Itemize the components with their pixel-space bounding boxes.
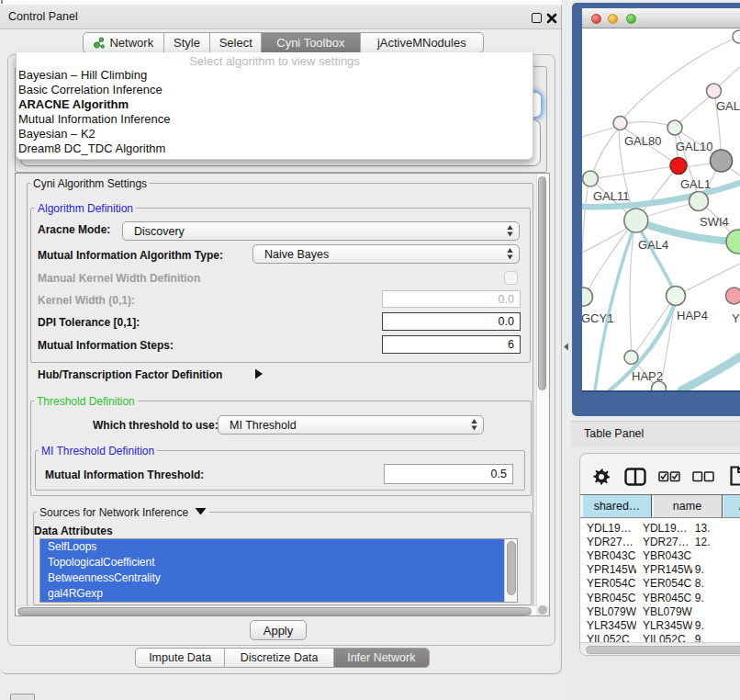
dropdown-item[interactable]: Basic Correlation Inference [18, 83, 531, 97]
attribute-item[interactable]: gal4RGexp [40, 586, 517, 602]
close-traffic-light[interactable] [591, 14, 601, 24]
tab-style[interactable]: Style [164, 33, 211, 52]
manual-kernel-width-checkbox[interactable] [504, 271, 518, 285]
network-edge[interactable] [588, 223, 633, 291]
select-all-icon[interactable] [658, 471, 680, 482]
column-header-3[interactable]: A [723, 495, 740, 517]
expand-arrow-icon[interactable] [254, 368, 263, 379]
control-panel-titlebar[interactable] [0, 5, 561, 29]
network-edge[interactable] [678, 94, 713, 124]
bottom-tab-label: Discretize Data [241, 651, 319, 664]
dropdown-item[interactable]: Dream8 DC_TDC Algorithm [18, 141, 531, 156]
network-node[interactable] [670, 158, 687, 175]
network-node[interactable] [711, 150, 733, 172]
dropdown-item[interactable]: Mutual Information Inference [18, 112, 531, 127]
top-tick-mark [1, 0, 3, 4]
table-row[interactable]: YBR045CYBR045C9. [580, 591, 740, 604]
network-edge[interactable] [630, 224, 634, 353]
dropdown-item[interactable]: ARACNE Algorithm [18, 97, 531, 112]
network-node[interactable] [726, 288, 740, 304]
network-node[interactable] [582, 288, 593, 306]
network-edge[interactable] [623, 122, 671, 126]
aracne-mode-combobox[interactable]: Discovery [122, 221, 520, 241]
close-icon[interactable] [546, 13, 557, 24]
kernel-width-field[interactable]: 0.0 [382, 290, 521, 308]
network-node[interactable] [624, 351, 638, 365]
network-node[interactable] [583, 171, 599, 186]
network-canvas[interactable]: GAL2GAL80GAL10GAL1GAL11GAL4SWI4GCY1HAP4Y… [582, 28, 740, 390]
network-node-label: GAL11 [593, 189, 630, 203]
settings-vscrollbar-thumb[interactable] [538, 176, 546, 390]
table-row[interactable]: YDL19…YDL19…13. [580, 521, 740, 535]
network-edge[interactable] [592, 128, 619, 175]
table-cell: YDR27… [636, 536, 692, 548]
tab-cyni-toolbox[interactable]: Cyni Toolbox [262, 33, 361, 52]
table-hscrollbar-track[interactable] [580, 642, 740, 655]
dropdown-item[interactable]: Bayesian – Hill Climbing [18, 68, 531, 83]
application-desktop: Control Panel NetworkStyleSelectCyni Too… [0, 0, 740, 700]
zoom-traffic-light[interactable] [626, 14, 636, 24]
tab-label: Select [219, 36, 252, 50]
network-edge[interactable] [637, 225, 675, 292]
minimized-window-icon[interactable] [10, 694, 35, 700]
table-row[interactable]: YPR145WYPR145W9. [580, 563, 740, 577]
network-node[interactable] [690, 192, 709, 211]
table-row[interactable]: YDR27…YDR27…12. [580, 535, 740, 548]
minimize-traffic-light[interactable] [608, 14, 618, 24]
network-edge[interactable] [681, 356, 740, 390]
network-node[interactable] [733, 30, 740, 43]
table-row[interactable]: YER054CYER054C8. [580, 577, 740, 591]
network-node[interactable] [707, 84, 722, 98]
collapse-arrow-icon[interactable] [195, 507, 207, 515]
apply-button[interactable]: Apply [250, 620, 307, 640]
settings-hscrollbar-thumb[interactable] [17, 607, 532, 615]
panel-divider-grip[interactable] [563, 343, 569, 351]
network-node[interactable] [726, 230, 740, 254]
bottom-tab-impute-data[interactable]: Impute Data [136, 649, 225, 667]
table-cell: YBR045C [636, 592, 692, 604]
attribute-item[interactable]: BetweennessCentrality [40, 570, 517, 586]
attribute-item[interactable]: SelfLoops [40, 539, 517, 555]
table-cell: YBR045C [580, 592, 636, 604]
network-edge[interactable] [641, 169, 676, 214]
table-row[interactable]: YBL079WYBL079W [580, 604, 740, 618]
deselect-all-icon[interactable] [692, 471, 714, 482]
table-cell: YBR043C [580, 549, 636, 562]
mi-steps-field[interactable]: 6 [382, 335, 521, 354]
which-threshold-combobox[interactable]: MI Threshold [218, 415, 484, 435]
dpi-tolerance-field[interactable]: 0.0 [382, 312, 521, 331]
attributes-vscrollbar-thumb[interactable] [507, 541, 516, 595]
table-cell: YDR27… [580, 536, 636, 548]
combo-arrows-icon [507, 222, 513, 240]
table-hscrollbar-thumb[interactable] [586, 646, 740, 654]
table-row[interactable]: YLR345WYLR345W9. [580, 618, 740, 632]
column-header-2[interactable]: name [654, 495, 723, 517]
gear-icon[interactable] [593, 469, 610, 485]
network-edge[interactable] [595, 226, 634, 390]
new-file-icon[interactable] [730, 466, 740, 486]
network-edge[interactable] [582, 182, 589, 293]
network-node[interactable] [667, 287, 686, 306]
network-edge[interactable] [595, 166, 675, 178]
tab-jactivemnodules[interactable]: jActiveMNodules [361, 33, 483, 52]
data-attributes-list[interactable]: SelfLoopsTopologicalCoefficientBetweenne… [39, 538, 518, 603]
bottom-tab-label: Impute Data [149, 651, 211, 664]
attribute-item[interactable]: TopologicalCoefficient [40, 555, 517, 570]
float-window-icon[interactable] [532, 13, 542, 23]
dropdown-item[interactable]: Bayesian – K2 [18, 127, 531, 141]
column-header-1[interactable]: shared… [583, 495, 652, 517]
network-node-label: SWI4 [700, 215, 729, 229]
tab-network[interactable]: Network [84, 33, 164, 52]
network-node[interactable] [624, 209, 648, 232]
mi-threshold-field[interactable]: 0.5 [384, 464, 513, 484]
data-attributes-label: Data Attributes [34, 525, 113, 537]
network-node[interactable] [667, 120, 682, 135]
mi-algorithm-type-combobox[interactable]: Naive Bayes [252, 244, 520, 264]
bottom-tab-infer-network[interactable]: Infer Network [334, 649, 429, 667]
network-node[interactable] [613, 117, 627, 130]
network-view-titlebar[interactable] [582, 8, 740, 28]
split-table-icon[interactable] [624, 468, 646, 486]
tab-select[interactable]: Select [210, 33, 262, 52]
bottom-tab-discretize-data[interactable]: Discretize Data [225, 649, 333, 667]
table-row[interactable]: YBR043CYBR043C [580, 548, 740, 562]
